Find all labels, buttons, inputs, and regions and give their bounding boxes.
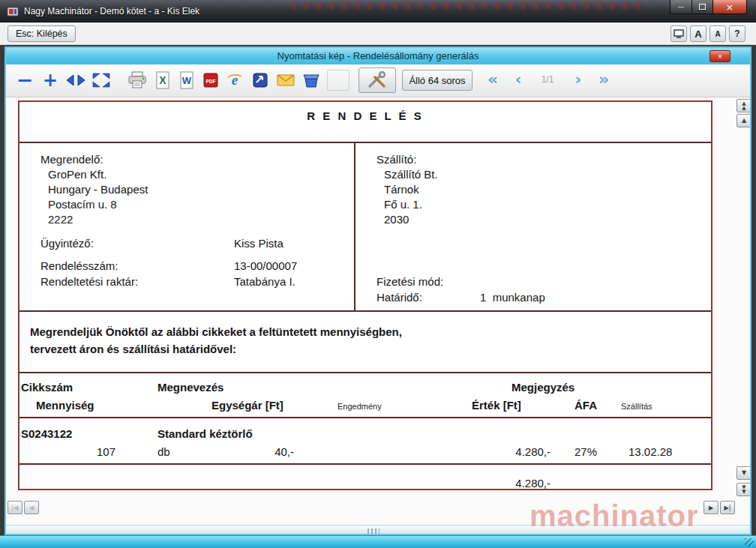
maximize-button[interactable] — [692, 0, 713, 14]
esc-exit-button[interactable]: Esc: Kilépés — [8, 25, 76, 42]
scroll-to-bottom-button[interactable]: ▼▼ — [736, 483, 752, 496]
fit-page-icon — [92, 73, 110, 88]
supplier-zip: 2030 — [384, 213, 409, 226]
up-icon: ▲ — [742, 118, 746, 124]
intro-line-1: Megrendeljük Önöktől az alábbi cikkeket … — [30, 325, 402, 338]
warehouse-label: Rendeltetési raktár: — [40, 275, 138, 288]
order-number-label: Rendelésszám: — [40, 259, 118, 272]
pdf-icon: PDF — [202, 71, 219, 89]
horizontal-scrollbar[interactable] — [6, 525, 752, 535]
internet-explorer-icon: e — [226, 71, 244, 89]
supplier-label: Szállító: — [376, 153, 416, 166]
fit-page-button[interactable] — [90, 69, 112, 91]
resize-grip-icon[interactable] — [745, 538, 754, 547]
excel-icon: X — [154, 71, 171, 89]
zoom-out-button[interactable]: − — [14, 69, 36, 91]
tools-icon — [366, 71, 388, 89]
print-preview-window: Nyomtatási kép - Rendelésállomány generá… — [4, 46, 752, 535]
item-delivery-date: 13.02.28 — [628, 445, 672, 458]
customer-name: GroPen Kft. — [48, 168, 106, 181]
pager-next-button[interactable]: ▶ — [704, 501, 718, 514]
zoom-in-icon: + — [43, 70, 58, 90]
double-down-icon: ▼▼ — [742, 485, 746, 494]
table-header-line — [20, 417, 711, 418]
order-number-value: 13-00/00007 — [234, 259, 297, 272]
close-button[interactable]: × — [712, 0, 747, 14]
send-mail-button[interactable] — [274, 69, 297, 91]
deadline-value: 1 munkanap — [480, 291, 545, 304]
pager-last-button[interactable]: ▶| — [720, 501, 735, 514]
word-icon: W — [178, 71, 195, 89]
customer-street: Postacím u. 8 — [48, 198, 117, 211]
export-word-button[interactable]: W — [176, 69, 198, 91]
font-large-button[interactable]: A — [690, 25, 706, 42]
print-button[interactable] — [126, 69, 148, 91]
section-divider-line — [20, 310, 711, 312]
item-code: S0243122 — [21, 427, 72, 440]
toolbar-empty-slot — [327, 70, 350, 91]
settings-button[interactable] — [358, 67, 396, 93]
screen-size-button[interactable] — [670, 25, 687, 42]
zoom-in-button[interactable]: + — [39, 69, 62, 91]
section-divider-line — [20, 142, 711, 143]
header-vat: ÁFA — [574, 399, 597, 412]
header-quantity: Mennyiség — [36, 399, 94, 412]
warehouse-value: Tatabánya I. — [234, 275, 296, 288]
item-name: Standard kéztörlő — [158, 427, 253, 440]
first-page-icon: « — [488, 70, 498, 88]
document-title: R E N D E L É S — [20, 109, 711, 122]
customer-label: Megrendelő: — [40, 153, 103, 166]
column-divider-line — [354, 142, 356, 312]
archive-box-icon — [302, 72, 320, 88]
open-browser-button[interactable]: e — [224, 69, 246, 91]
preview-close-button[interactable]: × — [710, 50, 730, 62]
font-small-button[interactable]: A — [710, 25, 726, 42]
svg-text:X: X — [159, 74, 166, 86]
deadline-label: Határidő: — [376, 291, 422, 304]
svg-text:PDF: PDF — [206, 79, 216, 84]
down-icon: ▼ — [742, 470, 746, 476]
zoom-out-icon: − — [16, 70, 34, 90]
save-image-icon — [252, 72, 268, 88]
fit-width-button[interactable] — [64, 69, 87, 91]
supplier-name: Szállító Bt. — [384, 168, 438, 181]
fit-width-icon — [66, 73, 86, 87]
header-item-code: Cikkszám — [21, 381, 73, 394]
window-controls: — × — [670, 0, 747, 14]
last-page-button[interactable]: » — [592, 67, 615, 90]
next-page-icon: › — [574, 70, 581, 88]
previous-page-icon: ‹ — [514, 70, 521, 88]
header-unit-price: Egységár [Ft] — [212, 399, 284, 412]
scroll-down-button[interactable]: ▼ — [736, 466, 752, 480]
next-page-button[interactable]: › — [567, 67, 590, 90]
maximize-icon — [699, 4, 706, 10]
scroll-up-button[interactable]: ▲ — [736, 114, 752, 127]
payment-label: Fizetési mód: — [376, 275, 443, 288]
page-layout-button[interactable]: Álló 64 soros — [402, 70, 472, 91]
scroll-to-top-button[interactable]: ▲▲ — [736, 99, 752, 112]
pager-previous-button[interactable]: ◀ — [24, 501, 39, 514]
minimize-button[interactable]: — — [670, 0, 692, 14]
export-excel-button[interactable]: X — [152, 69, 174, 91]
header-note: Megjegyzés — [512, 381, 574, 394]
item-vat: 27% — [574, 445, 597, 458]
item-unit-price: 40,- — [222, 445, 294, 458]
help-button[interactable]: ? — [729, 25, 746, 42]
svg-text:W: W — [182, 75, 192, 86]
supplier-street: Fő u. 1. — [384, 198, 422, 211]
pager-first-button[interactable]: |◀ — [8, 501, 22, 514]
titlebar: Nagy Machinátor - Demó kötet - a - Kis E… — [0, 0, 756, 22]
scrollbar-grip-icon[interactable] — [368, 529, 380, 535]
header-delivery: Szállítás — [621, 402, 652, 411]
clerk-label: Ügyintéző: — [40, 237, 94, 250]
minimize-icon: — — [678, 3, 685, 10]
printer-icon — [128, 71, 147, 89]
export-pdf-button[interactable]: PDF — [200, 69, 222, 91]
document-page: R E N D E L É S Megrendelő: GroPen Kft. … — [18, 100, 712, 490]
previous-page-button[interactable]: ‹ — [507, 67, 530, 90]
customer-zip: 2222 — [48, 213, 73, 226]
first-page-button[interactable]: « — [482, 67, 504, 90]
archive-button[interactable] — [300, 69, 322, 91]
save-image-button[interactable] — [249, 69, 272, 91]
customer-country: Hungary - Budapest — [48, 183, 148, 196]
